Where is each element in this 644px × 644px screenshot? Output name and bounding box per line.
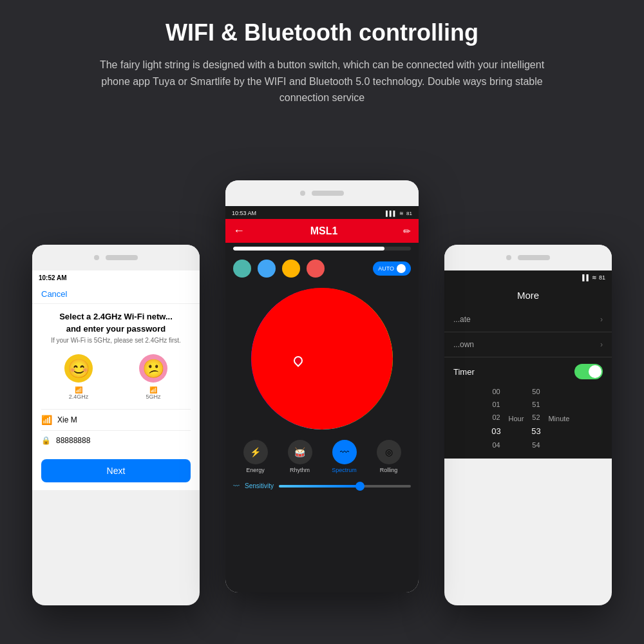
- hour-03-selected: 03: [487, 424, 506, 439]
- right-phone-top-bar: [444, 245, 612, 270]
- rhythm-label: Rhythm: [278, 467, 322, 473]
- mode-energy[interactable]: ⚡ Energy: [233, 440, 278, 473]
- hour-01: 01: [487, 399, 506, 412]
- right-status-bar: ▌▌ ≋ 81: [444, 270, 612, 283]
- brightness-fill: [233, 247, 384, 251]
- color-wheel[interactable]: .color-wheel { background: conic-gradien…: [251, 288, 393, 430]
- wifi-5-icon: 📶: [139, 386, 167, 393]
- minute-50: 50: [526, 386, 545, 399]
- network-item-wifi[interactable]: 📶 Xie M: [41, 409, 191, 430]
- left-speaker: [106, 255, 138, 260]
- menu-text-2: ...own: [453, 340, 474, 349]
- sensitivity-label: Sensitivity: [245, 482, 274, 489]
- signal-icon: ▌▌▌: [386, 211, 397, 216]
- center-camera: [300, 191, 305, 196]
- energy-icon: ⚡: [243, 440, 268, 464]
- center-app-header: ← MSL1 ✏: [225, 219, 419, 243]
- wifi-option-5[interactable]: 😕 📶 5GHz: [139, 354, 167, 400]
- minute-label: Minute: [548, 415, 569, 422]
- mode-spectrum[interactable]: 〰 Spectrum: [322, 440, 366, 473]
- color-red[interactable]: [307, 260, 325, 278]
- wifi-5-label: 5GHz: [139, 393, 167, 400]
- network-name: Xie M: [57, 415, 77, 424]
- right-status-icons: ▌▌ ≋ 81: [582, 274, 605, 281]
- color-teal[interactable]: [233, 260, 251, 278]
- menu-item-2[interactable]: ...own ›: [444, 332, 612, 357]
- minute-53-selected: 53: [526, 424, 545, 439]
- center-phone-top-bar: [225, 180, 419, 206]
- wifi-signal-icon: 📶: [41, 415, 52, 425]
- hour-04: 04: [487, 439, 506, 452]
- color-wheel-container[interactable]: .color-wheel { background: conic-gradien…: [225, 283, 419, 435]
- back-arrow-icon[interactable]: ←: [233, 224, 245, 238]
- center-status-bar: 10:53 AM ▌▌▌ ≋ 81: [225, 206, 419, 219]
- emoji-sad: 😕: [139, 354, 167, 383]
- hour-02: 02: [487, 412, 506, 424]
- lock-icon: 🔒: [41, 436, 51, 445]
- next-button[interactable]: Next: [41, 459, 191, 482]
- sensitivity-slider[interactable]: [279, 485, 411, 488]
- sensitivity-thumb[interactable]: [355, 482, 365, 491]
- wifi-note: If your Wi-Fi is 5GHz, please set 2.4GHz…: [41, 336, 191, 345]
- header-section: WIFI & Bluetooth controlling The fairy l…: [0, 0, 644, 119]
- timer-toggle[interactable]: [574, 364, 603, 379]
- sensitivity-row: 〰 Sensitivity: [225, 478, 419, 493]
- menu-item-1[interactable]: ...ate ›: [444, 307, 612, 332]
- right-menu-items: ...ate › ...own ›: [444, 307, 612, 357]
- hour-column[interactable]: 00 01 02 03 04: [487, 386, 506, 452]
- wifi-select-title: Select a 2.4GHz Wi-Fi netw...: [41, 312, 191, 321]
- left-status-bar: 10:52 AM: [32, 270, 200, 284]
- cancel-button[interactable]: Cancel: [41, 289, 67, 299]
- wifi-status-icon: ≋: [399, 211, 404, 216]
- center-phone-screen: 10:53 AM ▌▌▌ ≋ 81 ← MSL1 ✏: [225, 206, 419, 592]
- right-phone-screen: ▌▌ ≋ 81 More ...ate › ...own ›: [444, 270, 612, 459]
- timer-toggle-knob: [589, 365, 601, 378]
- hour-00: 00: [487, 386, 506, 399]
- left-camera: [94, 255, 99, 260]
- auto-label: AUTO: [378, 265, 394, 272]
- hour-label: Hour: [509, 415, 524, 422]
- mode-rhythm[interactable]: 🥁 Rhythm: [278, 440, 322, 473]
- rolling-label: Rolling: [366, 467, 411, 473]
- center-status-icons: ▌▌▌ ≋ 81: [386, 211, 412, 216]
- color-wheel-svg: [251, 288, 393, 430]
- auto-toggle[interactable]: AUTO: [373, 261, 411, 276]
- rhythm-icon: 🥁: [288, 440, 312, 464]
- phone-right: ▌▌ ≋ 81 More ...ate › ...own ›: [444, 245, 612, 605]
- timer-label: Timer: [453, 367, 475, 377]
- minute-column[interactable]: 50 51 52 53 54: [526, 386, 545, 452]
- rolling-icon: ◎: [377, 440, 401, 464]
- wifi-select-subtitle: and enter your password: [41, 324, 191, 334]
- left-phone-screen: 10:52 AM Cancel Select a 2.4GHz Wi-Fi ne…: [32, 270, 200, 490]
- network-item-password[interactable]: 🔒 88888888: [41, 430, 191, 450]
- mode-rolling[interactable]: ◎ Rolling: [366, 440, 411, 473]
- emoji-happy: 😊: [64, 354, 93, 383]
- toggle-knob: [397, 264, 406, 273]
- center-time: 10:53 AM: [232, 210, 256, 216]
- brightness-bar[interactable]: [233, 247, 411, 251]
- phones-container: 10:52 AM Cancel Select a 2.4GHz Wi-Fi ne…: [0, 174, 644, 644]
- password-field[interactable]: 88888888: [56, 436, 90, 445]
- wifi-options: 😊 📶 2.4GHz 😕 📶 5GHz: [41, 354, 191, 400]
- spectrum-label: Spectrum: [322, 467, 366, 473]
- color-blue[interactable]: [258, 260, 276, 278]
- wifi-option-24[interactable]: 😊 📶 2.4GHz: [64, 354, 93, 400]
- sensitivity-fill: [279, 485, 358, 488]
- edit-icon[interactable]: ✏: [403, 226, 411, 236]
- color-yellow[interactable]: [282, 260, 300, 278]
- timer-row: Timer: [453, 364, 603, 379]
- left-phone-top-bar: [32, 245, 200, 270]
- timer-section: Timer 00 01 02 03 04 Hour: [444, 357, 612, 459]
- wifi-24-icon: 📶: [64, 386, 93, 393]
- wifi-24-label: 2.4GHz: [64, 393, 93, 400]
- minute-54: 54: [526, 439, 545, 452]
- page-title: WIFI & Bluetooth controlling: [39, 19, 605, 46]
- time-picker: 00 01 02 03 04 Hour 50 51 52 53 54: [453, 386, 603, 452]
- menu-text-1: ...ate: [453, 315, 471, 324]
- minute-51: 51: [526, 399, 545, 412]
- left-phone-content: Select a 2.4GHz Wi-Fi netw... and enter …: [32, 304, 200, 490]
- chevron-right-icon-2: ›: [600, 340, 603, 349]
- right-camera: [506, 255, 511, 260]
- minute-52: 52: [526, 412, 545, 424]
- sensitivity-wave-icon: 〰: [233, 482, 240, 489]
